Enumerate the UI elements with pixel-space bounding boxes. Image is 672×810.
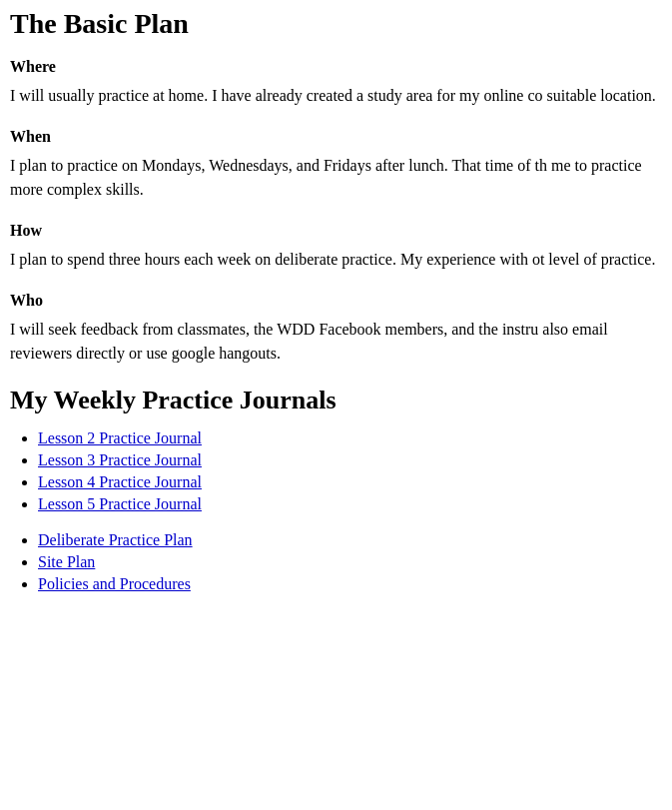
extra-links-list: Deliberate Practice Plan Site Plan Polic… (10, 531, 662, 593)
who-text: I will seek feedback from classmates, th… (10, 318, 662, 366)
when-label: When (10, 128, 662, 146)
list-item: Lesson 2 Practice Journal (38, 429, 662, 447)
lesson3-link[interactable]: Lesson 3 Practice Journal (38, 451, 202, 468)
where-label: Where (10, 58, 662, 76)
policies-link[interactable]: Policies and Procedures (38, 575, 191, 592)
lesson2-link[interactable]: Lesson 2 Practice Journal (38, 429, 202, 446)
where-text: I will usually practice at home. I have … (10, 84, 662, 108)
site-plan-link[interactable]: Site Plan (38, 553, 95, 570)
journals-section: My Weekly Practice Journals Lesson 2 Pra… (10, 386, 662, 593)
list-item: Policies and Procedures (38, 575, 662, 593)
lesson5-link[interactable]: Lesson 5 Practice Journal (38, 495, 202, 512)
list-item: Lesson 3 Practice Journal (38, 451, 662, 469)
how-text: I plan to spend three hours each week on… (10, 248, 662, 272)
who-section: Who I will seek feedback from classmates… (10, 292, 662, 366)
how-label: How (10, 222, 662, 240)
list-item: Lesson 5 Practice Journal (38, 495, 662, 513)
list-item: Deliberate Practice Plan (38, 531, 662, 549)
who-label: Who (10, 292, 662, 310)
where-section: Where I will usually practice at home. I… (10, 58, 662, 108)
how-section: How I plan to spend three hours each wee… (10, 222, 662, 272)
page-title: The Basic Plan (10, 8, 662, 40)
list-item: Lesson 4 Practice Journal (38, 473, 662, 491)
journals-list: Lesson 2 Practice Journal Lesson 3 Pract… (10, 429, 662, 513)
journals-heading: My Weekly Practice Journals (10, 386, 662, 415)
when-text: I plan to practice on Mondays, Wednesday… (10, 154, 662, 202)
deliberate-practice-link[interactable]: Deliberate Practice Plan (38, 531, 193, 548)
list-item: Site Plan (38, 553, 662, 571)
lesson4-link[interactable]: Lesson 4 Practice Journal (38, 473, 202, 490)
when-section: When I plan to practice on Mondays, Wedn… (10, 128, 662, 202)
